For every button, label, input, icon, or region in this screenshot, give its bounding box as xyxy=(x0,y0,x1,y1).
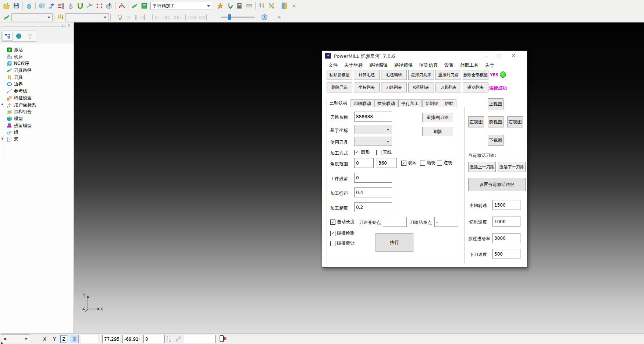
grid-size-input[interactable] xyxy=(81,335,98,343)
ball-tool-icon[interactable] xyxy=(66,1,75,10)
tab-help[interactable]: 帮助 xyxy=(442,99,456,107)
tool-library-button[interactable]: 星河刀具库 xyxy=(408,70,434,80)
activate-prev-button[interactable]: 激活上一刀路 xyxy=(468,162,496,172)
panel-close-icon[interactable]: × xyxy=(67,23,71,28)
sim-toolbar-close-icon[interactable]: × xyxy=(274,14,284,20)
tree-item-workplanes[interactable]: 用户坐标系 xyxy=(7,102,36,108)
activate-next-button[interactable]: 激活下一刀路 xyxy=(498,162,526,172)
paste-new-model-button[interactable]: 粘贴新模型 xyxy=(327,70,352,80)
circle-checkbox[interactable] xyxy=(354,150,359,155)
open-project-icon[interactable] xyxy=(2,1,11,10)
cursor-x-input[interactable] xyxy=(102,335,121,343)
model-compare-icon[interactable] xyxy=(280,1,289,10)
right-view-button[interactable]: 右视图 xyxy=(507,116,523,127)
tool-pair-icon[interactable] xyxy=(257,1,267,10)
end-point-input[interactable] xyxy=(434,217,458,227)
favorite-toolpath-icon[interactable] xyxy=(216,1,225,10)
toolpath-select-combo[interactable] xyxy=(11,13,53,21)
tree-item-toolpaths[interactable]: 刀具路径 xyxy=(7,67,32,74)
toolpath-list-button[interactable]: 刀路列表 xyxy=(381,83,407,92)
fast-forward-icon[interactable]: ▷▷ xyxy=(172,14,183,20)
both-direction-checkbox[interactable] xyxy=(401,161,406,166)
auto-length-option[interactable]: 自动长度 xyxy=(330,219,355,225)
tab-swivel-head[interactable]: 摆头联动 xyxy=(374,99,398,107)
phone-pause-icon[interactable] xyxy=(220,335,227,343)
swap-axes-icon[interactable] xyxy=(267,1,276,10)
tree-item-feature-sets[interactable]: 特征设置 xyxy=(7,95,32,101)
tree-item-patterns[interactable]: 参考线 xyxy=(7,88,27,94)
stock-input[interactable] xyxy=(354,173,392,183)
tab-saw[interactable]: 切割锯 xyxy=(422,99,441,107)
line-option[interactable]: 直线 xyxy=(376,149,392,155)
plunge-speed-input[interactable] xyxy=(492,249,520,259)
tab-4axis[interactable]: 四轴联动 xyxy=(351,99,374,107)
bar-gauge-icon[interactable] xyxy=(56,1,66,10)
conventional-option[interactable]: 逆铣 xyxy=(437,160,452,166)
cursor-y-input[interactable] xyxy=(122,335,141,343)
orientation-axes-icon[interactable] xyxy=(175,336,182,342)
tree-item-groups[interactable]: 组 xyxy=(7,129,18,136)
powermill-logo-icon[interactable] xyxy=(130,1,139,10)
left-view-button[interactable]: 左视图 xyxy=(468,116,484,127)
minimize-button[interactable]: — xyxy=(480,51,491,60)
create-block-icon[interactable] xyxy=(37,1,47,10)
step-back-icon[interactable]: ◁▏ xyxy=(139,14,150,20)
tree-view-icon[interactable] xyxy=(3,32,13,41)
pause-icon[interactable]: ∥ xyxy=(132,14,139,20)
collision-avoid-checkbox[interactable] xyxy=(330,241,335,246)
top-view-button[interactable]: 上视图 xyxy=(488,98,504,109)
tree-item-stock-models[interactable]: 残留模型 xyxy=(7,122,32,129)
both-direction-option[interactable]: 双向 xyxy=(401,160,417,166)
use-tool-combo[interactable] xyxy=(354,137,392,146)
spindle-speed-input[interactable] xyxy=(492,200,520,210)
collision-check-checkbox[interactable] xyxy=(330,231,335,236)
refresh-button[interactable]: 刷新 xyxy=(422,127,453,136)
skim-feed-input[interactable] xyxy=(492,233,520,243)
tool-group-icon[interactable] xyxy=(56,13,65,22)
strategy-list-icon[interactable] xyxy=(139,1,149,10)
tool-verify-icon[interactable] xyxy=(225,1,235,10)
cursor-z-input[interactable] xyxy=(143,335,165,343)
circle-option[interactable]: 圆形 xyxy=(354,149,370,155)
drive-list-button[interactable]: 驱动列表 xyxy=(463,83,488,92)
menu-render-sim[interactable]: 渲染仿真 xyxy=(416,61,441,69)
collision-check-option[interactable]: 碰撞检测 xyxy=(330,230,355,236)
panel-float-icon[interactable]: □ xyxy=(62,23,65,27)
reorder-toolpaths-button[interactable]: 重排列刀路 xyxy=(435,70,461,80)
plunge-milling-icon[interactable] xyxy=(117,1,127,10)
recycle-bin-icon[interactable] xyxy=(25,32,35,41)
climb-checkbox[interactable] xyxy=(420,161,425,166)
angle-from-input[interactable] xyxy=(354,158,374,168)
rapid-moves-icon[interactable] xyxy=(47,1,56,10)
base-coord-combo[interactable] xyxy=(354,125,392,134)
expand-icon[interactable] xyxy=(1,137,4,140)
tree-item-activate[interactable]: 激活 xyxy=(7,46,23,53)
collision-avoid-option[interactable]: 碰撞避让 xyxy=(330,240,355,246)
block-edit-button[interactable]: 毛坯编辑 xyxy=(381,70,407,80)
tab-3axis[interactable]: 三轴联动 xyxy=(327,99,350,107)
climb-option[interactable]: 顺铣 xyxy=(420,160,435,166)
clock-icon[interactable] xyxy=(260,13,269,22)
tolerance-input[interactable] xyxy=(354,202,392,212)
front-view-button[interactable]: 前视图 xyxy=(488,116,504,127)
tree-item-models[interactable]: 模型 xyxy=(7,115,23,122)
maximize-button[interactable]: □ xyxy=(494,51,505,60)
delete-selected-button[interactable]: 删除已选 xyxy=(327,83,352,92)
step-forward-icon[interactable]: ▏▷ xyxy=(150,14,161,20)
tab-parallel[interactable]: 平行加工 xyxy=(398,99,422,107)
play-icon[interactable]: ▷ xyxy=(125,14,132,20)
menu-path-mirror[interactable]: 路径镜像 xyxy=(391,61,416,69)
bottom-view-button[interactable]: 下视图 xyxy=(488,135,504,146)
target-point-combo[interactable] xyxy=(1,334,30,343)
calculator-icon[interactable] xyxy=(235,1,244,10)
reorder-button[interactable]: 重排列刀路 xyxy=(422,113,453,122)
measure-icon[interactable] xyxy=(244,1,254,10)
menu-file[interactable]: 文件 xyxy=(325,61,341,69)
x-lock-button[interactable]: X xyxy=(41,335,48,343)
menu-coords[interactable]: 关于坐标 xyxy=(341,61,366,69)
go-end-icon[interactable]: ▷▷▏ xyxy=(198,14,212,20)
auto-length-checkbox[interactable] xyxy=(330,220,335,225)
start-point-input[interactable] xyxy=(383,217,407,227)
model-list-button[interactable]: 模型列表 xyxy=(408,83,434,92)
tree-item-nc-programs[interactable]: NC程序 xyxy=(7,60,29,67)
